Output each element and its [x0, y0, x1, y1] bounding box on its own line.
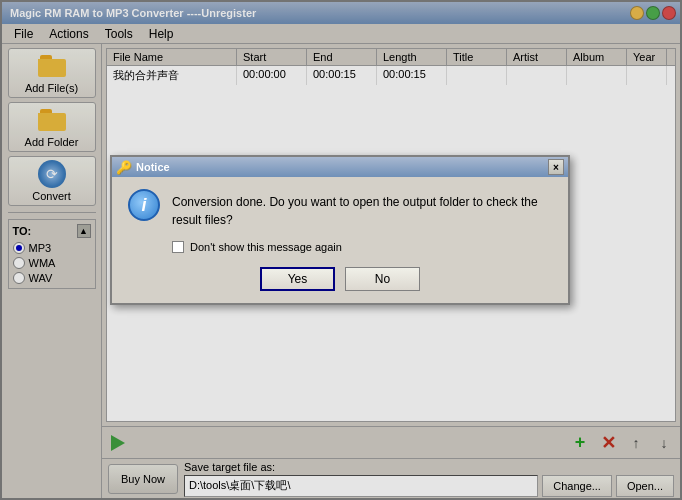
info-icon: i — [128, 189, 160, 221]
dialog-title-bar: 🔑 Notice × — [112, 157, 568, 177]
no-button[interactable]: No — [345, 267, 420, 291]
dialog-content: i Conversion done. Do you want to open t… — [128, 189, 552, 229]
notice-dialog: 🔑 Notice × i Conversion done. Do you wan… — [110, 155, 570, 305]
dont-show-row: Don't show this message again — [172, 241, 552, 253]
dialog-title: 🔑 Notice — [116, 160, 170, 175]
yes-button[interactable]: Yes — [260, 267, 335, 291]
dont-show-label: Don't show this message again — [190, 241, 342, 253]
dialog-message: Conversion done. Do you want to open the… — [172, 189, 552, 229]
dialog-close-button[interactable]: × — [548, 159, 564, 175]
dialog-body: i Conversion done. Do you want to open t… — [112, 177, 568, 303]
dialog-buttons: Yes No — [128, 267, 552, 291]
key-icon: 🔑 — [116, 160, 132, 175]
dont-show-checkbox[interactable] — [172, 241, 184, 253]
dialog-title-text: Notice — [136, 161, 170, 173]
dialog-overlay: 🔑 Notice × i Conversion done. Do you wan… — [0, 0, 682, 500]
